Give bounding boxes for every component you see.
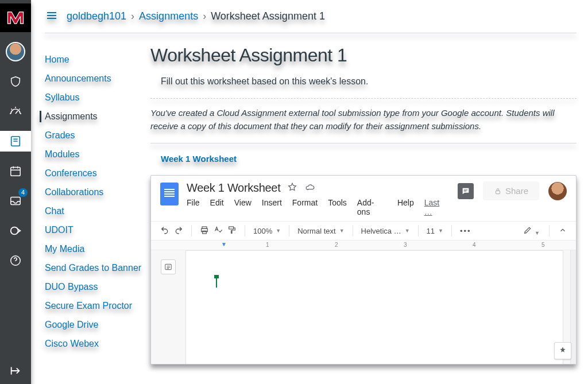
zoom-dropdown[interactable]: 100%▼ [253,227,281,235]
courses-nav[interactable] [0,131,31,152]
docs-app-icon[interactable] [160,183,179,205]
calendar-nav[interactable] [0,161,31,181]
share-button[interactable]: Share [483,181,539,200]
explore-button[interactable] [554,342,571,359]
crumb-current: Worksheet Assignment 1 [211,10,325,22]
show-outline-button[interactable] [161,259,176,274]
hide-menus-button[interactable] [559,226,567,236]
nav-webex[interactable]: Cisco Webex [45,338,148,350]
menu-help[interactable]: Help [397,198,414,216]
open-comments-button[interactable] [458,183,474,199]
shield-icon [9,75,22,88]
star-icon[interactable] [287,182,297,195]
nav-sendgrades[interactable]: Send Grades to Banner [45,262,148,274]
last-edit-link[interactable]: Last … [424,198,450,216]
inbox-badge: 4 [18,188,28,197]
course-nav-toggle[interactable] [45,9,59,25]
nav-proctor[interactable]: Secure Exam Proctor [45,300,148,312]
print-button[interactable] [200,226,209,236]
avatar-icon [6,42,25,61]
nav-chat[interactable]: Chat [45,205,148,217]
menu-insert[interactable]: Insert [262,198,282,216]
svg-rect-1 [11,168,21,176]
redo-button[interactable] [174,226,183,236]
editing-mode-button[interactable]: ▼ [523,226,540,236]
separator [451,225,452,236]
separator [289,225,289,236]
chevron-right-icon: › [203,10,206,22]
svg-rect-2 [11,197,21,205]
inbox-icon [9,195,22,207]
nav-syllabus[interactable]: Syllabus [45,92,148,103]
cloud-doc-link[interactable]: Week 1 Worksheet [161,154,237,164]
divider [150,98,577,99]
caret-down-icon: ▼ [438,228,443,234]
menu-tools[interactable]: Tools [328,198,347,216]
undo-button[interactable] [160,226,169,236]
help-icon [9,254,22,267]
redo-icon [174,226,183,235]
indent-marker-icon[interactable]: ▼ [221,241,227,247]
pencil-icon [523,226,532,235]
spellcheck-button[interactable] [214,226,223,236]
nav-mymedia[interactable]: My Media [45,243,148,255]
text-cursor [216,278,217,288]
arrow-collapse-icon [9,364,22,377]
separator [353,225,353,236]
global-nav-rail: 4 [0,0,31,384]
doc-page[interactable] [185,250,563,364]
institution-logo[interactable] [0,3,31,32]
menu-file[interactable]: File [187,198,200,216]
account-avatar[interactable] [0,41,31,62]
menu-edit[interactable]: Edit [210,198,224,216]
hamburger-icon [45,9,59,22]
collapse-nav[interactable] [0,364,31,377]
nav-duo[interactable]: DUO Bypass [45,281,148,293]
cloud-icon[interactable] [304,182,316,195]
menu-addons[interactable]: Add-ons [357,198,387,216]
font-size-dropdown[interactable]: 11▼ [427,227,443,235]
user-avatar[interactable] [548,182,567,200]
nav-gdrive[interactable]: Google Drive [45,319,148,331]
crumb-section[interactable]: Assignments [139,10,198,22]
breadcrumb: goldbegh101 › Assignments › Worksheet As… [67,10,325,22]
font-dropdown[interactable]: Helvetica …▼ [361,227,410,235]
nav-home[interactable]: Home [45,54,148,65]
nav-modules[interactable]: Modules [45,149,148,160]
nav-conferences[interactable]: Conferences [45,168,148,179]
page-title: Worksheet Assignment 1 [150,45,577,66]
menu-view[interactable]: View [234,198,252,216]
explore-icon [558,346,567,355]
lock-icon [494,187,502,195]
teacher-note: You've created a Cloud Assignment extern… [150,107,577,143]
nav-assignments[interactable]: Assignments [40,111,148,122]
commons-icon [9,224,22,237]
nav-grades[interactable]: Grades [45,130,148,141]
menu-format[interactable]: Format [292,198,318,216]
speedometer-icon [9,104,22,118]
nav-announcements[interactable]: Announcements [45,73,148,84]
crumb-course[interactable]: goldbegh101 [67,10,126,22]
doc-title[interactable]: Week 1 Worksheet [187,181,280,195]
help-nav[interactable] [0,250,31,271]
doc-ruler[interactable]: ▼ 1 2 3 4 5 6 [151,240,576,250]
more-tools-button[interactable]: ••• [460,227,471,235]
dashboard-nav[interactable] [0,101,31,122]
assignment-content: Worksheet Assignment 1 Fill out this wor… [148,33,577,364]
paint-icon [227,226,237,235]
book-icon [9,135,22,148]
commons-nav[interactable] [0,220,31,241]
admin-nav[interactable] [0,71,31,92]
nav-collaborations[interactable]: Collaborations [45,187,148,198]
caret-down-icon: ▼ [405,228,410,234]
svg-rect-11 [229,227,234,229]
course-nav: Home Announcements Syllabus Assignments … [45,33,148,364]
nav-udoit[interactable]: UDOIT [45,224,148,236]
chevron-up-icon [559,226,567,234]
svg-rect-6 [464,191,467,191]
style-dropdown[interactable]: Normal text▼ [297,227,344,235]
outline-icon [164,263,172,271]
inbox-nav[interactable]: 4 [0,191,31,211]
share-label: Share [505,186,528,196]
paint-format-button[interactable] [227,226,237,236]
